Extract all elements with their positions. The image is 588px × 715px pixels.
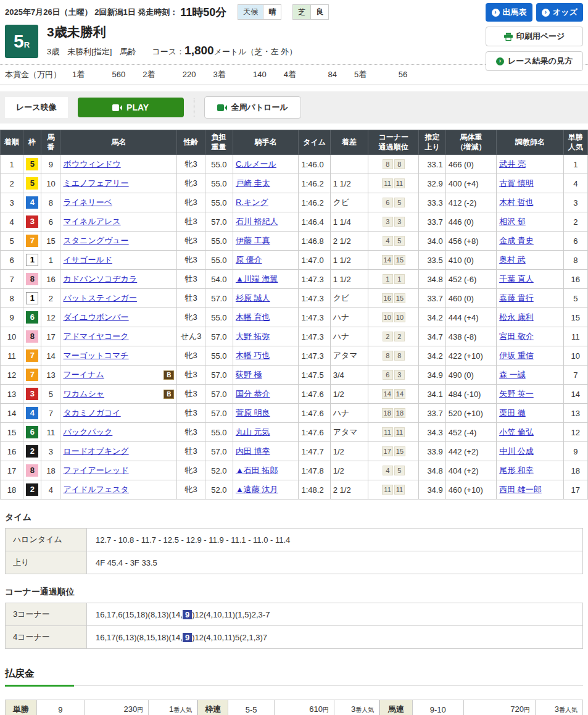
trainer-link[interactable]: 奥村 武 [499,255,526,264]
prize-item: 2着220 [143,69,207,80]
shutsuba-button[interactable]: › 出馬表 [486,3,532,22]
sex-age: 牡3 [177,385,205,404]
corner-table: 3コーナー16,17,6(15,18)(8,13)(14,9)12(4,10,1… [5,603,583,649]
trainer-link[interactable]: 小笠 倫弘 [499,427,534,437]
frame-badge: 3 [26,215,38,228]
win-popularity: 17 [563,480,587,500]
horse-link[interactable]: ダイユウボンバー [63,312,128,323]
jockey-link[interactable]: 木幡 巧也 [236,351,270,360]
jockey-link[interactable]: ▲川端 海翼 [236,274,278,283]
trainer-link[interactable]: 木村 哲也 [499,198,534,207]
horse-link[interactable]: イサゴールド [63,254,112,266]
jockey-link[interactable]: 内田 博幸 [236,446,270,456]
jockey-link[interactable]: 荻野 極 [236,370,262,379]
jockey-link[interactable]: ▲遠藤 汰月 [236,485,278,494]
horse-link[interactable]: ワカムシャ [63,388,104,399]
trainer-link[interactable]: 相沢 郁 [499,217,526,226]
trainer-link[interactable]: 金成 貴史 [499,236,534,245]
win-popularity: 12 [563,423,587,442]
last-3f: 34.3 [419,423,445,442]
trainer-link[interactable]: 矢野 英一 [499,389,534,398]
trainer-link[interactable]: 森 一誠 [499,370,526,379]
prize-item: 1着560 [72,69,136,80]
jockey-link[interactable]: 戸崎 圭太 [236,178,270,188]
horse-link[interactable]: アイドルフェスタ [63,484,128,495]
body-weight: 422 (+10) [445,346,496,366]
jockey-link[interactable]: 国分 恭介 [236,389,270,398]
horse-link[interactable]: バックパック [63,427,112,438]
frame-badge: 2 [26,483,38,496]
finish-position: 7 [1,270,23,289]
jockey-cell: 木幡 育也 [233,308,299,327]
horse-cell: ワカムシャB [60,385,177,404]
bet-type-label: 単勝 [6,700,37,715]
trainer-link[interactable]: 松永 康利 [499,312,534,322]
horse-number: 12 [41,308,60,327]
trainer-link[interactable]: 嘉藤 貴行 [499,293,534,303]
trainer-link[interactable]: 中川 公成 [499,446,534,456]
horse-cell: バックパック [60,423,177,442]
trainer-link[interactable]: 古賀 慎明 [499,178,534,188]
prize-item: 5着56 [354,69,418,80]
jockey-link[interactable]: C.ルメール [236,159,276,169]
horse-link[interactable]: バットスティンガー [63,293,136,304]
trainer-link[interactable]: 西田 雄一郎 [499,485,542,494]
trainer-cell: 尾形 和幸 [497,461,564,480]
print-page-button[interactable]: 印刷用ページ [486,27,583,46]
carried-weight: 57.0 [205,327,233,346]
print-page-label: 印刷用ページ [516,31,565,42]
patrol-video-button[interactable]: 全周パトロール [204,96,301,119]
jockey-link[interactable]: 大野 拓弥 [236,332,270,341]
corner-row-label: 3コーナー [6,603,87,626]
jockey-link[interactable]: ▲石田 拓郎 [236,466,278,475]
horse-link[interactable]: タカミノガコイ [63,408,120,419]
odds-button[interactable]: › オッズ [536,3,583,22]
horse-link[interactable]: ファイアーレッド [63,465,128,476]
horse-link[interactable]: マイネルアレス [63,216,120,227]
win-popularity: 6 [563,232,587,251]
horse-link[interactable]: ライネリーベ [63,197,112,208]
play-button[interactable]: PLAY [78,98,184,117]
corner-position: 16 [382,293,393,303]
horse-link[interactable]: ミエノフェアリー [63,178,128,189]
jockey-link[interactable]: 木幡 育也 [236,312,270,322]
payout-table: 単勝9230円1番人気複勝9120円1番人気10160円4番人気8160円3番人… [5,700,197,715]
corner-position: 2 [394,332,405,341]
jockey-link[interactable]: 伊藤 工真 [236,236,270,245]
jockey-link[interactable]: 菅原 明良 [236,408,270,417]
last-3f: 34.2 [419,308,445,327]
horse-link[interactable]: マーゴットコマチ [63,350,128,361]
race-distance: 1,800 [184,44,214,57]
horse-link[interactable]: スタニングヴュー [63,235,128,246]
time-row-label: ハロンタイム [6,529,87,551]
frame-badge: 3 [26,388,38,400]
trainer-link[interactable]: 伊坂 重信 [499,351,534,360]
result-row: 159ボウウィンドウ牝355.0C.ルメール1:46.08833.1466 (0… [1,155,588,174]
horse-link[interactable]: ロードオブキング [63,446,128,457]
trainer-link[interactable]: 武井 亮 [499,159,526,169]
horse-link[interactable]: アドマイヤコーク [63,331,128,342]
trainer-link[interactable]: 尾形 和幸 [499,466,534,475]
finish-time: 1:47.3 [299,327,330,346]
trainer-link[interactable]: 宮田 敬介 [499,332,534,341]
result-guide-button[interactable]: › レース結果の見方 [486,51,583,71]
jockey-link[interactable]: 石川 裕紀人 [236,217,278,226]
jockey-link[interactable]: 丸山 元気 [236,427,270,437]
trainer-link[interactable]: 千葉 直人 [499,274,534,283]
result-row: 15611バックパック牝355.0丸山 元気1:47.6アタマ111134.34… [1,423,588,442]
results-tbody: 159ボウウィンドウ牝355.0C.ルメール1:46.08833.1466 (0… [1,155,588,500]
jockey-link[interactable]: 杉原 誠人 [236,293,270,303]
payout-combination: 9-10 [412,700,463,715]
jockey-link[interactable]: 原 優介 [236,255,262,264]
corner-positions: 88 [368,155,419,174]
finish-time: 1:46.0 [299,155,330,174]
prize-item: 4着84 [284,69,348,80]
jockey-link[interactable]: R.キング [236,198,268,207]
horse-link[interactable]: フーイナム [63,369,104,380]
horse-link[interactable]: ボウウィンドウ [63,159,120,170]
trainer-link[interactable]: 栗田 徹 [499,408,526,417]
horse-link[interactable]: カドバンソコヂカラ [63,274,137,285]
corner-position: 18 [394,408,405,418]
corner-section-title: コーナー通過順位 [5,587,583,598]
result-row: 7816カドバンソコヂカラ牡354.0▲川端 海翼1:47.31 1/21134… [1,270,588,289]
